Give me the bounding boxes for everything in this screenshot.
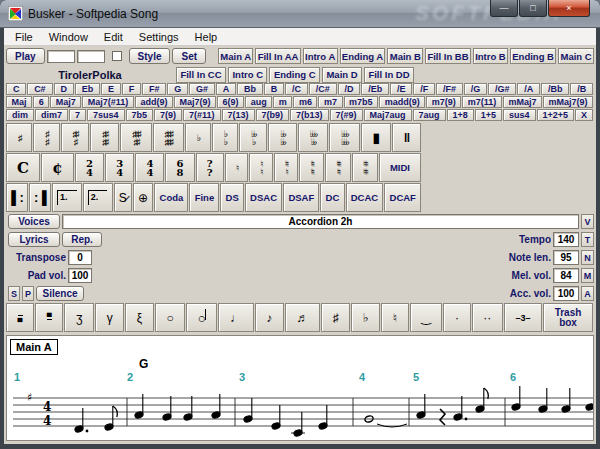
chord-root-button[interactable]: /A [517,83,540,95]
pad-vol-field[interactable]: 100 [68,268,92,283]
time-6-8-button[interactable]: 6 8 [165,153,194,182]
chord-type-button[interactable]: mMaj7 [503,96,542,108]
mel-vol-edge-button[interactable]: M [581,268,594,283]
chord-type-button[interactable]: 7(13) [222,109,255,121]
chord-root-button[interactable]: /G [464,83,487,95]
common-time-button[interactable]: C [6,153,40,182]
chord-root-button[interactable]: /Eb [361,83,389,95]
dcaf-button[interactable]: DCAF [384,183,421,212]
fine-button[interactable]: Fine [189,183,219,212]
triplet-button[interactable]: –3– [504,303,542,332]
chord-type-button[interactable]: m [273,96,292,108]
voices-button[interactable]: Voices [8,214,60,229]
midi-button[interactable]: MIDI [379,153,421,182]
chord-type-button[interactable]: 7sus4 [87,109,125,121]
style-select-button[interactable]: Fill In AA [255,48,300,64]
section-label[interactable]: Main A [10,339,58,355]
repeat-end-button[interactable]: :▐ [29,183,51,212]
minimize-button[interactable]: — [490,0,518,17]
style-button[interactable]: Style [129,48,171,64]
style-select-button[interactable]: Main A [218,48,253,64]
chord-type-button[interactable]: aug [245,96,272,108]
transpose-field[interactable]: 0 [68,250,92,265]
style-select-button[interactable]: Intro B [473,48,508,64]
mel-vol-field[interactable]: 84 [553,268,579,283]
coda-icon-button[interactable]: ⊕ [133,183,153,212]
style-select-button[interactable]: Ending C [269,67,320,83]
chord-type-button[interactable]: 7b5 [126,109,154,121]
key-1-flat-button[interactable]: ♭ [185,123,211,152]
sharp-button[interactable]: ♯ [321,303,350,332]
acc-vol-edge-button[interactable]: A [581,286,594,301]
whole-rest-button[interactable]: ▄ [6,303,34,332]
voice-edge-button[interactable]: V [581,214,594,229]
menu-item[interactable]: Window [41,29,96,45]
natural-5-button[interactable]: ♮♮♮ ♮♮ [325,153,351,182]
second-ending-button[interactable]: 2. [83,183,113,212]
chord-type-button[interactable]: 1+5 [475,109,502,121]
chord-type-button[interactable]: 6 [33,96,49,108]
maximize-button[interactable]: □ [519,0,547,17]
chord-type-button[interactable]: 7(#9) [330,109,363,121]
chord-root-button[interactable]: C [6,83,26,95]
chord-type-button[interactable]: m6 [293,96,317,108]
whole-note-button[interactable]: ○ [155,303,185,332]
time-4-4-button[interactable]: 4 4 [135,153,164,182]
titlebar[interactable]: SOFTPEDIA Busker - Softpedia Song — □ × [0,0,600,28]
chord-root-button[interactable]: E [101,83,121,95]
chord-root-button[interactable]: A [216,83,236,95]
chord-root-button[interactable]: /C [285,83,308,95]
style-select-button[interactable]: Main C [558,48,594,64]
chord-type-button[interactable]: 7(#11) [183,109,221,121]
silence-button[interactable]: Silence [36,286,84,301]
key-2-sharps-button[interactable]: ♯ ♯ [33,123,59,152]
tempo-field[interactable]: 140 [553,232,579,247]
key-6-flats-button[interactable]: ♭♭♭ ♭♭♭ [329,123,360,152]
dcac-button[interactable]: DCAC [346,183,384,212]
menu-item[interactable]: Edit [96,29,131,45]
natural-3-button[interactable]: ♮♮ ♮ [274,153,299,182]
chord-type-button[interactable]: Maj [6,96,32,108]
key-3-flats-button[interactable]: ♭♭ ♭ [239,123,267,152]
chord-root-button[interactable]: F# [142,83,166,95]
chord-root-button[interactable]: G# [189,83,215,95]
quarter-note-button[interactable]: ♩ [218,303,253,332]
segno-icon-button[interactable]: S̷ [114,183,132,212]
toolbar-checkbox[interactable] [112,51,122,61]
dsac-button[interactable]: DSAC [245,183,282,212]
chord-type-button[interactable]: Maj7(9) [174,96,216,108]
menu-item[interactable]: File [7,29,41,45]
chord-root-button[interactable]: /Bb [541,83,569,95]
chord-type-button[interactable]: mMaj7(9) [543,96,593,108]
key-1-sharp-button[interactable]: ♯ [6,123,32,152]
chord-root-button[interactable]: Bb [237,83,263,95]
style-select-button[interactable]: Fill In CC [176,67,226,83]
chord-type-button[interactable]: Maj7(#11) [82,96,134,108]
time-2-4-button[interactable]: 2 4 [75,153,104,182]
chord-root-button[interactable]: /C# [309,83,337,95]
chord-type-button[interactable]: 7(b9) [256,109,290,121]
dsaf-button[interactable]: DSAF [283,183,319,212]
chord-root-button[interactable]: /D [338,83,361,95]
sixteenth-rest-button[interactable]: ξ [125,303,154,332]
key-5-sharps-button[interactable]: ♯♯♯ ♯♯ [120,123,151,152]
style-select-button[interactable]: Fill In DD [364,67,414,83]
note-len-edge-button[interactable]: N [581,250,594,265]
toolbar-field-1[interactable] [47,50,75,63]
chord-type-button[interactable]: Maj7 [50,96,81,108]
s-button[interactable]: S [8,286,20,301]
first-ending-button[interactable]: 1. [52,183,82,212]
key-4-sharps-button[interactable]: ♯♯ ♯♯ [90,123,119,152]
trash-box-button[interactable]: Trash box [543,303,593,332]
chord-root-button[interactable]: G [167,83,188,95]
coda-button[interactable]: Coda [154,183,188,212]
chord-root-button[interactable]: F [122,83,141,95]
chord-type-button[interactable]: sus4 [503,109,536,121]
play-button[interactable]: Play [6,48,45,64]
final-barline-button[interactable]: ▮ [361,123,391,152]
chord-type-button[interactable]: m7(11) [462,96,502,108]
chord-type-button[interactable]: add(9) [135,96,173,108]
chord-type-button[interactable]: 7 [69,109,86,121]
half-rest-button[interactable]: ▀ [35,303,63,332]
natural-2-button[interactable]: ♮ ♮ [249,153,272,182]
